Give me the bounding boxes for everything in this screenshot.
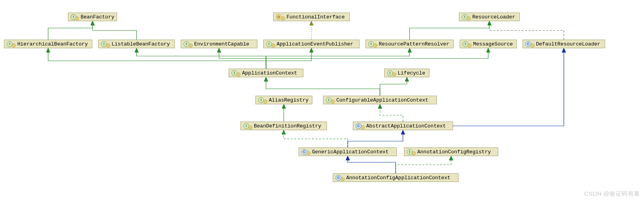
watermark: CSDN @验证码有毒 xyxy=(584,190,640,198)
node-listableBeanFactory[interactable]: IListableBeanFactory xyxy=(98,40,175,48)
sub-icon xyxy=(392,73,396,76)
edge-listableBeanFactory-beanFactory xyxy=(93,21,137,40)
node-applicationContext[interactable]: IApplicationContext xyxy=(229,69,303,77)
sub-icon xyxy=(189,44,193,47)
node-label: AnnotationConfigRegistry xyxy=(417,149,491,155)
node-applicationEventPublisher[interactable]: IApplicationEventPublisher xyxy=(263,40,360,48)
node-defaultResourceLoader[interactable]: CDefaultResourceLoader xyxy=(523,40,605,48)
edge-configurableApplicationContext-applicationContext xyxy=(266,77,380,96)
edge-hierarchicalBeanFactory-beanFactory xyxy=(48,21,93,40)
edge-applicationContext-resourcePatternResolver xyxy=(266,48,410,69)
edge-defaultResourceLoader-resourceLoader xyxy=(490,21,564,40)
node-messageSource[interactable]: IMessageSource xyxy=(460,40,517,48)
sub-icon xyxy=(361,125,365,129)
diagram-connections xyxy=(0,0,644,200)
node-environmentCapable[interactable]: IEnvironmentCapable xyxy=(181,40,257,48)
node-annotationConfigRegistry[interactable]: IAnnotationConfigRegistry xyxy=(404,147,498,156)
sub-icon xyxy=(306,151,310,155)
edge-beanDefinitionRegistry-aliasRegistry xyxy=(284,104,284,122)
node-label: GenericApplicationContext xyxy=(312,149,389,155)
node-label: ApplicationContext xyxy=(242,70,297,76)
node-label: Lifecycle xyxy=(398,70,425,76)
node-label: EnvironmentCapable xyxy=(194,41,249,47)
node-label: ListableBeanFactory xyxy=(112,41,170,47)
sub-icon xyxy=(281,16,285,20)
node-hierarchicalBeanFactory[interactable]: IHierarchicalBeanFactory xyxy=(4,40,92,48)
node-label: DefaultResourceLoader xyxy=(536,41,600,47)
node-label: HierarchicalBeanFactory xyxy=(17,41,88,47)
sub-icon xyxy=(467,16,471,20)
node-label: AbstractApplicationContext xyxy=(366,123,446,129)
node-annotationConfigApplicationContext[interactable]: CAnnotationConfigApplicationContext xyxy=(333,173,459,182)
sub-icon xyxy=(248,125,252,129)
node-genericApplicationContext[interactable]: CGenericApplicationContext xyxy=(299,147,397,156)
node-label: BeanDefinitionRegistry xyxy=(254,123,321,129)
node-functionalInterface[interactable]: @FunctionalInterface xyxy=(273,13,350,21)
edge-abstractApplicationContext-configurableApplicationContext xyxy=(380,104,403,122)
edge-annotationConfigApplicationContext-annotationConfigRegistry xyxy=(396,156,451,173)
node-label: AnnotationConfigApplicationContext xyxy=(346,175,450,181)
edge-applicationContext-messageSource xyxy=(266,48,488,69)
node-configurableApplicationContext[interactable]: IConfigurableApplicationContext xyxy=(323,96,437,104)
sub-icon xyxy=(530,44,534,47)
edge-applicationContext-applicationEventPublisher xyxy=(266,48,312,69)
node-resourceLoader[interactable]: IResourceLoader xyxy=(459,13,520,21)
edge-annotationConfigApplicationContext-genericApplicationContext xyxy=(348,156,396,173)
sub-icon xyxy=(412,151,416,155)
edge-applicationContext-hierarchicalBeanFactory xyxy=(48,48,266,69)
node-beanFactory[interactable]: IBeanFactory xyxy=(68,13,117,21)
node-aliasRegistry[interactable]: IAliasRegistry xyxy=(255,96,312,104)
node-label: ApplicationEventPublisher xyxy=(277,41,353,47)
sub-icon xyxy=(271,44,275,47)
node-label: MessageSource xyxy=(473,41,513,47)
sub-icon xyxy=(331,100,335,104)
node-resourcePatternResolver[interactable]: IResourcePatternResolver xyxy=(365,40,454,48)
sub-icon xyxy=(341,177,345,181)
edge-applicationContext-listableBeanFactory xyxy=(137,48,266,69)
node-label: ConfigurableApplicationContext xyxy=(336,97,428,103)
edge-genericApplicationContext-abstractApplicationContext xyxy=(348,130,403,147)
node-label: ResourcePatternResolver xyxy=(379,41,449,47)
node-abstractApplicationContext[interactable]: CAbstractApplicationContext xyxy=(353,122,453,130)
node-label: AliasRegistry xyxy=(269,97,308,103)
edge-genericApplicationContext-beanDefinitionRegistry xyxy=(284,130,348,147)
sub-icon xyxy=(12,44,16,47)
edge-abstractApplicationContext-defaultResourceLoader xyxy=(453,48,564,126)
sub-icon xyxy=(373,44,377,47)
node-label: BeanFactory xyxy=(81,14,114,20)
edge-configurableApplicationContext-lifecycle xyxy=(380,77,407,96)
node-lifecycle[interactable]: ILifecycle xyxy=(384,69,429,77)
node-beanDefinitionRegistry[interactable]: IBeanDefinitionRegistry xyxy=(240,122,327,130)
sub-icon xyxy=(468,44,472,47)
node-label: ResourceLoader xyxy=(472,14,515,20)
edge-applicationContext-environmentCapable xyxy=(219,48,266,69)
sub-icon xyxy=(75,16,79,20)
sub-icon xyxy=(263,100,267,104)
sub-icon xyxy=(237,73,240,76)
sub-icon xyxy=(106,44,110,47)
node-label: FunctionalInterface xyxy=(286,14,345,20)
edge-resourcePatternResolver-resourceLoader xyxy=(410,21,490,40)
